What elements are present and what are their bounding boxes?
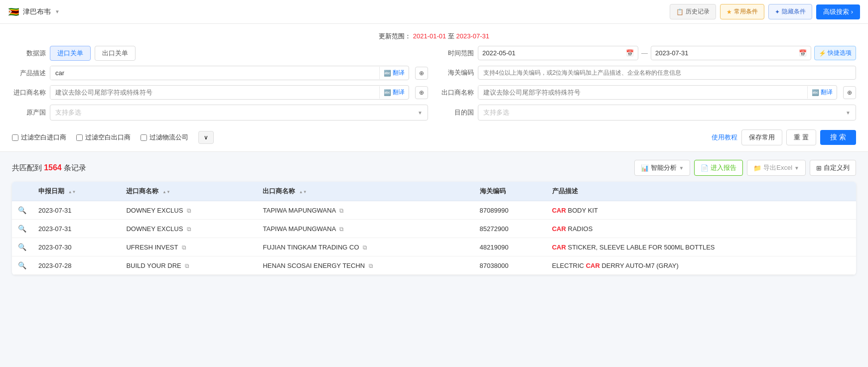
importer-extra-button[interactable]: ⊕ — [415, 86, 428, 99]
analysis-chevron-icon: ▼ — [679, 165, 684, 171]
translate-icon-3: 🔤 — [812, 89, 819, 96]
filter-logistics-checkbox[interactable]: 过滤物流公司 — [141, 133, 188, 142]
tutorial-link[interactable]: 使用教程 — [712, 133, 737, 142]
origin-select[interactable]: 支持多选 ▼ — [50, 105, 428, 121]
row-search-icon[interactable]: 🔍 — [18, 261, 26, 269]
datasource-label: 数据源 — [12, 49, 46, 58]
product-row: 产品描述 🔤 翻译 ⊕ — [12, 66, 428, 80]
reset-button[interactable]: 重 置 — [786, 129, 816, 145]
origin-chevron-icon: ▼ — [418, 110, 423, 116]
exporter-translate-button[interactable]: 🔤 翻译 — [807, 86, 837, 99]
common-conditions-button[interactable]: ★ 常用条件 — [720, 4, 764, 19]
col-hs-code: 海关编码 — [474, 182, 546, 201]
expand-filters-button[interactable]: ∨ — [198, 131, 214, 144]
copy-exporter-icon[interactable]: ⧉ — [339, 207, 344, 214]
row-search-icon[interactable]: 🔍 — [18, 206, 26, 214]
highlight-keyword: CAR — [552, 244, 566, 251]
results-table: 申报日期 ▲▼ 进口商名称 ▲▼ 出口商名称 ▲▼ 海关编码 产品描述 — [12, 182, 856, 275]
cell-product: CAR RADIOS — [546, 220, 856, 238]
date-input-group: 2022-05-01 📅 — 2023-07-31 📅 ⚡ 快捷选项 — [478, 46, 856, 60]
origin-placeholder: 支持多选 — [55, 108, 81, 117]
col-importer: 进口商名称 ▲▼ — [120, 182, 257, 201]
calendar-icon-2: 📅 — [799, 49, 807, 57]
filter-importer-check[interactable] — [12, 134, 18, 141]
cell-exporter: TAPIWA MAPUNGWANA ⧉ — [257, 201, 473, 220]
importer-translate-button[interactable]: 🔤 翻译 — [379, 86, 409, 99]
tab-import[interactable]: 进口关单 — [50, 46, 91, 61]
col-date: 申报日期 ▲▼ — [32, 182, 120, 201]
copy-importer-icon[interactable]: ⧉ — [185, 262, 189, 269]
table-row: 🔍2023-07-30UFRESH INVEST ⧉FUJIAN TINGKAM… — [12, 238, 856, 256]
search-button[interactable]: 搜 索 — [820, 130, 856, 145]
sort-date-icon[interactable]: ▲▼ — [68, 190, 76, 194]
highlight-keyword: CAR — [552, 225, 566, 233]
date-from-input[interactable]: 2022-05-01 📅 — [478, 46, 638, 60]
filter-exporter-checkbox[interactable]: 过滤空白出口商 — [76, 133, 131, 142]
copy-importer-icon[interactable]: ⧉ — [187, 207, 191, 214]
dest-label: 目的国 — [440, 108, 474, 117]
search-panel: 更新范围： 2021-01-01 至 2023-07-31 数据源 进口关单 出… — [0, 24, 868, 152]
product-input-wrapper: 🔤 翻译 — [50, 66, 409, 80]
filter-logistics-check[interactable] — [141, 134, 147, 141]
importer-label: 进口商名称 — [12, 88, 46, 97]
importer-input[interactable] — [50, 86, 379, 99]
copy-exporter-icon[interactable]: ⧉ — [363, 244, 367, 251]
dest-select[interactable]: 支持多选 ▼ — [478, 105, 856, 121]
custom-column-button[interactable]: ⊞ 自定义列 — [810, 160, 856, 176]
cell-date: 2023-07-31 — [32, 201, 120, 220]
hidden-conditions-button[interactable]: ✦ 隐藏条件 — [768, 4, 812, 19]
cell-product: CAR STICKER, SLEEVE LABLE FOR 500ML BOTT… — [546, 238, 856, 256]
form-grid: 数据源 进口关单 出口关单 时间范围 2022-05-01 📅 — 2023-0… — [12, 46, 856, 121]
country-dropdown-arrow-icon[interactable]: ▼ — [55, 9, 60, 14]
row-search-icon[interactable]: 🔍 — [18, 243, 26, 251]
date-to-input[interactable]: 2023-07-31 📅 — [651, 46, 811, 60]
exporter-extra-button[interactable]: ⊕ — [843, 86, 856, 99]
cell-importer: BUILD YOUR DRE ⧉ — [120, 256, 257, 275]
results-count: 共匹配到 1564 条记录 — [12, 163, 86, 173]
report-button[interactable]: 📄 进入报告 — [694, 160, 743, 176]
row-search-icon[interactable]: 🔍 — [18, 225, 26, 233]
quick-select-button[interactable]: ⚡ 快捷选项 — [814, 46, 856, 60]
results-number: 1564 — [44, 163, 62, 172]
top-bar: 🇿🇼 津巴布韦 ▼ 📋 历史记录 ★ 常用条件 ✦ 隐藏条件 高级搜索 › — [0, 0, 868, 24]
excel-button[interactable]: 📁 导出Excel ▼ — [747, 160, 806, 176]
copy-importer-icon[interactable]: ⧉ — [187, 226, 191, 233]
cell-hs-code: 48219090 — [474, 238, 546, 256]
tab-export[interactable]: 出口关单 — [95, 46, 136, 61]
product-extra-button[interactable]: ⊕ — [415, 67, 428, 80]
table-row: 🔍2023-07-28BUILD YOUR DRE ⧉HENAN SCOSAI … — [12, 256, 856, 275]
date-separator: — — [641, 49, 648, 57]
country-name: 津巴布韦 — [23, 7, 51, 16]
copy-exporter-icon[interactable]: ⧉ — [369, 262, 373, 269]
cell-hs-code: 87038000 — [474, 256, 546, 275]
filter-importer-checkbox[interactable]: 过滤空白进口商 — [12, 133, 66, 142]
customs-input[interactable] — [478, 66, 856, 80]
date-from-value: 2022-05-01 — [482, 49, 516, 57]
product-input[interactable] — [50, 66, 379, 80]
cell-date: 2023-07-30 — [32, 238, 120, 256]
advanced-search-button[interactable]: 高级搜索 › — [816, 4, 860, 19]
importer-input-wrapper: 🔤 翻译 — [50, 85, 409, 100]
date-to-value: 2023-07-31 — [655, 49, 689, 57]
translate-button[interactable]: 🔤 翻译 — [379, 67, 409, 79]
filter-exporter-check[interactable] — [76, 134, 83, 141]
save-common-button[interactable]: 保存常用 — [741, 129, 782, 145]
copy-importer-icon[interactable]: ⧉ — [182, 244, 186, 251]
table-row: 🔍2023-07-31DOWNEY EXCLUS ⧉TAPIWA MAPUNGW… — [12, 201, 856, 220]
sort-importer-icon[interactable]: ▲▼ — [162, 190, 170, 194]
date-range-start: 2021-01-01 — [413, 32, 446, 40]
cell-date: 2023-07-31 — [32, 220, 120, 238]
quick-select-icon: ⚡ — [819, 50, 826, 57]
results-actions: 📊 智能分析 ▼ 📄 进入报告 📁 导出Excel ▼ ⊞ 自定义列 — [634, 160, 856, 176]
col-exporter: 出口商名称 ▲▼ — [257, 182, 473, 201]
top-bar-left: 🇿🇼 津巴布韦 ▼ — [8, 6, 60, 17]
cell-date: 2023-07-28 — [32, 256, 120, 275]
filter-row: 过滤空白进口商 过滤空白出口商 过滤物流公司 ∨ 使用教程 保存常用 重 置 搜… — [12, 125, 856, 145]
sort-exporter-icon[interactable]: ▲▼ — [299, 190, 307, 194]
date-range-end: 2023-07-31 — [456, 32, 489, 40]
history-button[interactable]: 📋 历史记录 — [670, 4, 716, 19]
col-product: 产品描述 — [546, 182, 856, 201]
exporter-input[interactable] — [478, 86, 807, 99]
analysis-button[interactable]: 📊 智能分析 ▼ — [634, 160, 690, 176]
copy-exporter-icon[interactable]: ⧉ — [339, 226, 344, 233]
